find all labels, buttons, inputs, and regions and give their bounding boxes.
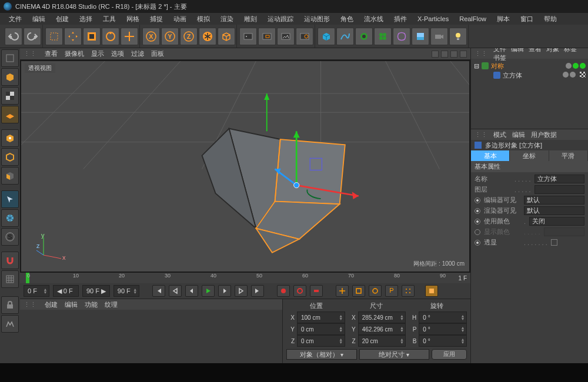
size-X[interactable]: 285.249 cm▲▼ <box>358 311 406 323</box>
objmgr-tab-文件[interactable]: 文件 <box>493 48 506 52</box>
key-rot-button[interactable] <box>369 285 382 297</box>
select-tool[interactable] <box>45 28 63 45</box>
objmgr-tab-编辑[interactable]: 编辑 <box>511 48 524 52</box>
edge-mode[interactable] <box>1 148 19 166</box>
name-field[interactable]: 立方体 <box>534 175 584 183</box>
os-taskbar[interactable] <box>0 363 588 382</box>
rot-P[interactable]: 0 °▲▼ <box>419 323 467 335</box>
cube-tool[interactable] <box>318 28 335 45</box>
keyframe-sel-button[interactable] <box>310 285 323 297</box>
rot-B[interactable]: 0 °▲▼ <box>419 335 467 347</box>
snap-button[interactable] <box>1 252 19 269</box>
menu-运动跟踪[interactable]: 运动跟踪 <box>262 14 299 25</box>
render-settings-button[interactable] <box>296 28 313 45</box>
menu-选择[interactable]: 选择 <box>74 14 98 25</box>
rotate-tool[interactable] <box>102 28 119 45</box>
move-tool[interactable] <box>64 28 82 45</box>
attr-tab-用户数据[interactable]: 用户数据 <box>531 131 557 138</box>
last-tool[interactable] <box>121 28 138 45</box>
menu-流水线[interactable]: 流水线 <box>359 14 389 25</box>
editor-vis-field[interactable]: 默认 <box>524 196 584 205</box>
make-editable-button[interactable] <box>1 49 19 67</box>
undo-button[interactable] <box>5 28 22 45</box>
use-color-field[interactable]: 关闭 <box>529 217 584 226</box>
menu-帮助[interactable]: 帮助 <box>539 14 562 25</box>
vp-menu-显示[interactable]: 显示 <box>91 50 104 57</box>
camera-tool[interactable] <box>430 28 448 45</box>
menu-插件[interactable]: 插件 <box>389 14 412 25</box>
editor-vis-radio[interactable] <box>475 197 480 203</box>
play-button[interactable] <box>202 285 215 297</box>
layer-field[interactable] <box>534 185 584 194</box>
vp-zoom-icon[interactable] <box>450 51 457 58</box>
pos-Y[interactable]: 0 cm▲▼ <box>297 323 345 335</box>
environment-tool[interactable] <box>412 28 429 45</box>
key-pla-button[interactable] <box>402 285 415 297</box>
render-picture-button[interactable] <box>277 28 295 45</box>
record-button[interactable] <box>277 285 290 297</box>
z-axis-button[interactable]: Z <box>180 28 198 45</box>
tab-coord[interactable]: 坐标 <box>510 150 549 161</box>
range-end-field[interactable]: 90 F ▶ <box>82 285 110 297</box>
coord-mode-dropdown[interactable]: 对象（相对） ▾ <box>286 349 357 360</box>
menu-运动图形[interactable]: 运动图形 <box>299 14 335 25</box>
expand-icon[interactable]: ⊟ <box>473 62 479 70</box>
vp-move-icon[interactable] <box>441 51 448 58</box>
rot-H[interactable]: 0 °▲▼ <box>419 311 467 323</box>
light-tool[interactable] <box>449 28 467 45</box>
maxon-logo[interactable] <box>1 315 19 333</box>
mat-menu-功能[interactable]: 功能 <box>85 301 98 308</box>
generator-tool[interactable] <box>355 28 373 45</box>
workplane-mode[interactable] <box>1 106 19 123</box>
motion-clip-button[interactable] <box>425 285 438 297</box>
use-color-radio[interactable] <box>475 219 480 224</box>
range-start-field[interactable]: ◀ 0 F <box>53 285 79 297</box>
polygon-mode[interactable] <box>1 167 19 185</box>
render-view-button[interactable] <box>239 28 257 45</box>
goto-start-button[interactable] <box>152 285 165 297</box>
object-manager-tree[interactable]: ⊟ 对称 立方体 <box>471 59 588 129</box>
menu-模拟[interactable]: 模拟 <box>192 14 215 25</box>
autokey-button[interactable] <box>293 285 306 297</box>
key-pos-button[interactable] <box>336 285 349 297</box>
vp-layout-icon[interactable] <box>460 51 467 58</box>
menu-角色[interactable]: 角色 <box>335 14 359 25</box>
render-vis-radio[interactable] <box>475 208 480 214</box>
deformer-tool[interactable] <box>393 28 410 45</box>
size-Z[interactable]: 20 cm▲▼ <box>358 335 406 347</box>
objmgr-tab-查看[interactable]: 查看 <box>529 48 542 52</box>
menu-创建[interactable]: 创建 <box>51 14 74 25</box>
perspective-viewport[interactable]: 透视视图 <box>20 60 470 273</box>
menu-网格[interactable]: 网格 <box>121 14 145 25</box>
tree-child-label[interactable]: 立方体 <box>503 71 522 80</box>
mat-menu-编辑[interactable]: 编辑 <box>65 301 78 308</box>
size-Y[interactable]: 462.296 cm▲▼ <box>358 323 406 335</box>
key-param-button[interactable]: P <box>385 285 398 297</box>
scale-tool[interactable] <box>83 28 101 45</box>
vp-menu-摄像机[interactable]: 摄像机 <box>65 50 84 57</box>
menu-X-Particles[interactable]: X-Particles <box>412 14 454 24</box>
menu-编辑[interactable]: 编辑 <box>27 14 51 25</box>
x-axis-button[interactable]: X <box>142 28 160 45</box>
attr-tab-编辑[interactable]: 编辑 <box>512 131 525 138</box>
display-color-radio[interactable] <box>475 229 480 235</box>
redo-button[interactable] <box>24 28 41 45</box>
menu-动画[interactable]: 动画 <box>168 14 192 25</box>
xray-radio[interactable] <box>475 240 480 246</box>
render-vis-field[interactable]: 默认 <box>524 206 584 215</box>
y-axis-button[interactable]: Y <box>161 28 179 45</box>
next-key-button[interactable] <box>235 285 248 297</box>
size-mode-dropdown[interactable]: 绝对尺寸 ▾ <box>359 349 430 360</box>
snap-settings[interactable] <box>1 270 19 288</box>
menu-工具[interactable]: 工具 <box>98 14 121 25</box>
key-scale-button[interactable] <box>352 285 365 297</box>
tab-phong[interactable]: 平滑 <box>549 150 588 161</box>
axis-mode[interactable] <box>1 209 19 227</box>
menu-文件[interactable]: 文件 <box>4 14 27 25</box>
tweak-mode[interactable] <box>1 190 19 208</box>
attr-tab-模式[interactable]: 模式 <box>493 131 506 138</box>
model-mode[interactable] <box>1 68 19 86</box>
lock-button[interactable] <box>1 296 19 314</box>
display-color-swatch[interactable] <box>544 227 584 236</box>
tree-parent-label[interactable]: 对称 <box>491 62 504 71</box>
